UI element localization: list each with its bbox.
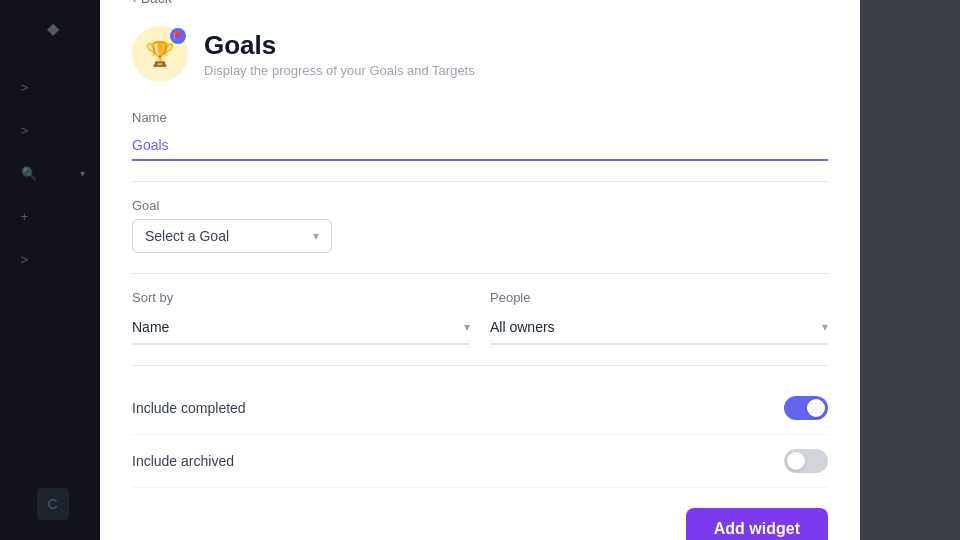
sort-chevron-down-icon: ▾	[464, 320, 470, 334]
include-completed-toggle[interactable]	[784, 396, 828, 420]
modal-subtitle: Display the progress of your Goals and T…	[204, 63, 475, 78]
goal-label: Goal	[132, 198, 828, 213]
toggle-thumb-archived	[787, 452, 805, 470]
name-label: Name	[132, 110, 828, 125]
goals-icon-circle: 🏆 🚩	[132, 26, 188, 82]
sort-people-row: Sort by Name ▾ People All owners ▾	[132, 290, 828, 345]
back-button[interactable]: ‹ Back	[132, 0, 172, 6]
include-archived-label: Include archived	[132, 453, 234, 469]
goal-select-value: Select a Goal	[145, 228, 229, 244]
include-archived-toggle[interactable]	[784, 449, 828, 473]
name-field-group: Name	[132, 110, 828, 161]
goal-select[interactable]: Select a Goal ▾	[132, 219, 332, 253]
close-button[interactable]: ×	[812, 0, 840, 6]
sort-value: Name	[132, 319, 169, 335]
modal-dialog: × ‹ Back 🏆 🚩 Goals Display the progress …	[100, 0, 860, 540]
form-section: Name Goal Select a Goal ▾ Sort by Name	[132, 110, 828, 488]
trophy-icon: 🏆	[145, 40, 175, 68]
goal-chevron-down-icon: ▾	[313, 229, 319, 243]
flag-badge-icon: 🚩	[170, 28, 186, 44]
name-input[interactable]	[132, 131, 828, 161]
divider-2	[132, 273, 828, 274]
sort-field: Sort by Name ▾	[132, 290, 470, 345]
sort-select[interactable]: Name ▾	[132, 311, 470, 345]
modal-title: Goals	[204, 30, 475, 61]
chevron-left-icon: ‹	[132, 0, 137, 6]
modal-overlay: × ‹ Back 🏆 🚩 Goals Display the progress …	[0, 0, 960, 540]
back-label: Back	[141, 0, 172, 6]
divider-1	[132, 181, 828, 182]
people-label: People	[490, 290, 828, 305]
close-icon: ×	[821, 0, 832, 3]
goal-field-group: Goal Select a Goal ▾	[132, 198, 828, 253]
divider-3	[132, 365, 828, 366]
people-chevron-down-icon: ▾	[822, 320, 828, 334]
people-field: People All owners ▾	[490, 290, 828, 345]
add-widget-button[interactable]: Add widget	[686, 508, 828, 540]
include-completed-label: Include completed	[132, 400, 246, 416]
sort-label: Sort by	[132, 290, 470, 305]
header-text: Goals Display the progress of your Goals…	[204, 30, 475, 78]
modal-header: 🏆 🚩 Goals Display the progress of your G…	[132, 26, 828, 82]
toggle-thumb-completed	[807, 399, 825, 417]
people-value: All owners	[490, 319, 555, 335]
include-completed-row: Include completed	[132, 382, 828, 435]
modal-footer: Add widget	[132, 508, 828, 540]
people-select[interactable]: All owners ▾	[490, 311, 828, 345]
include-archived-row: Include archived	[132, 435, 828, 488]
